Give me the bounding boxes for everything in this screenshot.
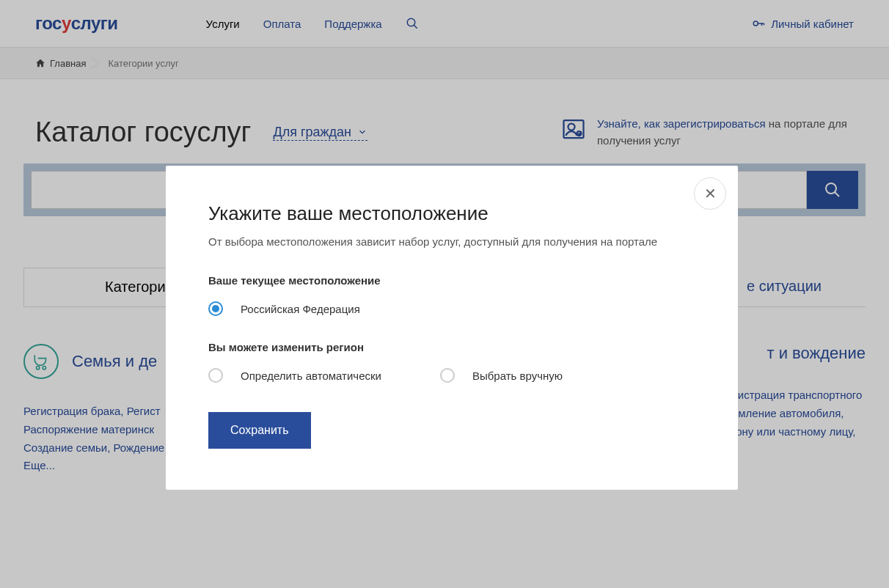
radio-auto[interactable] xyxy=(208,368,223,383)
close-button[interactable]: ✕ xyxy=(694,177,726,210)
change-region-label: Вы можете изменить регион xyxy=(208,341,695,353)
option-auto-row[interactable]: Определить автоматически xyxy=(208,368,381,383)
radio-current[interactable] xyxy=(208,301,223,316)
current-location-label: Ваше текущее местоположение xyxy=(208,274,695,287)
modal-title: Укажите ваше местоположение xyxy=(208,202,695,225)
save-button[interactable]: Сохранить xyxy=(208,412,311,449)
modal-subtitle: От выбора местоположения зависит набор у… xyxy=(208,235,695,248)
option-manual-row[interactable]: Выбрать вручную xyxy=(440,368,563,383)
current-location-row[interactable]: Российская Федерация xyxy=(208,301,695,316)
change-region-options: Определить автоматически Выбрать вручную xyxy=(208,368,695,383)
radio-manual[interactable] xyxy=(440,368,455,383)
current-location-value: Российская Федерация xyxy=(241,303,360,315)
close-icon: ✕ xyxy=(704,185,717,202)
location-modal: ✕ Укажите ваше местоположение От выбора … xyxy=(166,166,738,490)
option-manual-label: Выбрать вручную xyxy=(472,370,563,382)
radio-dot-icon xyxy=(212,305,219,312)
option-auto-label: Определить автоматически xyxy=(241,370,381,382)
